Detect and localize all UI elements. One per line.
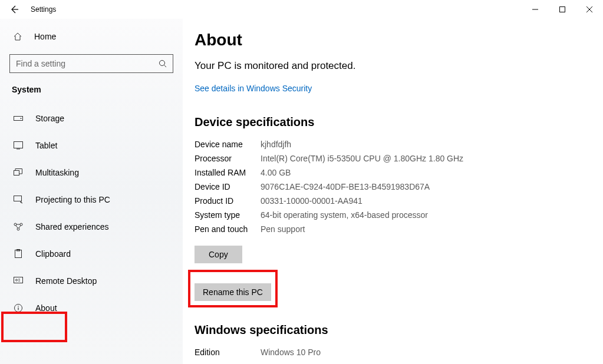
spec-row-pen-touch: Pen and touch Pen support — [195, 224, 597, 234]
svg-rect-17 — [14, 277, 23, 283]
spec-value: Intel(R) Core(TM) i5-5350U CPU @ 1.80GHz… — [261, 154, 597, 163]
svg-rect-10 — [14, 171, 19, 176]
about-icon — [13, 303, 24, 313]
device-specs-heading: Device specifications — [195, 115, 597, 129]
spec-value: Windows 10 Pro — [261, 348, 597, 357]
spec-label: System type — [195, 210, 261, 220]
window-title: Settings — [31, 5, 56, 14]
spec-row-product-id: Product ID 00331-10000-00001-AA941 — [195, 196, 597, 206]
search-icon — [159, 59, 167, 68]
search-input[interactable] — [16, 59, 151, 68]
sidebar-item-label: Clipboard — [35, 249, 71, 259]
remote-desktop-icon — [13, 277, 24, 285]
sidebar-item-tablet[interactable]: Tablet — [9, 132, 173, 159]
sidebar-category: System — [9, 81, 173, 105]
multitasking-icon — [13, 168, 24, 177]
sidebar-item-label: Tablet — [35, 141, 57, 150]
spec-label: Installed RAM — [195, 168, 261, 177]
spec-value: kjhdfdjfh — [261, 140, 597, 149]
rename-pc-button[interactable]: Rename this PC — [195, 283, 271, 301]
svg-point-14 — [17, 228, 19, 230]
close-button[interactable] — [576, 0, 603, 19]
copy-button[interactable]: Copy — [195, 246, 242, 263]
titlebar: Settings — [0, 0, 603, 19]
page-title: About — [195, 31, 597, 49]
spec-row-ram: Installed RAM 4.00 GB — [195, 168, 597, 177]
spec-row-edition: Edition Windows 10 Pro — [195, 348, 597, 357]
sidebar-item-about[interactable]: About — [9, 294, 173, 322]
svg-rect-1 — [560, 7, 565, 12]
spec-row-device-name: Device name kjhdfdjfh — [195, 140, 597, 149]
projecting-icon — [13, 196, 24, 204]
svg-point-4 — [160, 61, 165, 66]
back-button[interactable] — [6, 5, 22, 14]
protection-status: Your PC is monitored and protected. — [195, 60, 597, 72]
clipboard-icon — [13, 249, 24, 259]
spec-label: Edition — [195, 348, 261, 357]
tablet-icon — [13, 141, 24, 150]
svg-point-13 — [20, 223, 22, 226]
spec-label: Device name — [195, 140, 261, 149]
home-icon — [13, 32, 22, 41]
device-specs-table: Device name kjhdfdjfh Processor Intel(R)… — [195, 140, 597, 234]
sidebar-item-home[interactable]: Home — [9, 25, 173, 48]
window-controls — [522, 0, 603, 19]
sidebar-item-clipboard[interactable]: Clipboard — [9, 240, 173, 267]
spec-label: Processor — [195, 154, 261, 163]
search-input-wrap[interactable] — [9, 54, 173, 73]
spec-label: Device ID — [195, 182, 261, 191]
sidebar-item-label: About — [35, 303, 57, 313]
svg-point-18 — [16, 279, 18, 281]
sidebar-item-multitasking[interactable]: Multitasking — [9, 159, 173, 186]
svg-point-7 — [21, 118, 22, 119]
shared-experiences-icon — [13, 223, 24, 231]
sidebar-item-projecting[interactable]: Projecting to this PC — [9, 186, 173, 213]
spec-value: 64-bit operating system, x64-based proce… — [261, 210, 597, 220]
minimize-button[interactable] — [522, 0, 549, 19]
sidebar-item-shared-experiences[interactable]: Shared experiences — [9, 213, 173, 240]
spec-value: Pen support — [261, 224, 597, 234]
sidebar-home-label: Home — [34, 32, 56, 41]
spec-value: 9076C1AE-C924-40DF-BE13-B4591983D67A — [261, 182, 597, 191]
spec-row-system-type: System type 64-bit operating system, x64… — [195, 210, 597, 220]
spec-value: 00331-10000-00001-AA941 — [261, 196, 597, 206]
spec-row-device-id: Device ID 9076C1AE-C924-40DF-BE13-B45919… — [195, 182, 597, 191]
maximize-button[interactable] — [549, 0, 576, 19]
sidebar-item-label: Storage — [35, 114, 64, 123]
sidebar: Home System Storage Tablet — [0, 19, 183, 364]
svg-point-12 — [14, 223, 17, 226]
storage-icon — [13, 115, 24, 122]
sidebar-item-label: Projecting to this PC — [35, 195, 110, 204]
windows-specs-heading: Windows specifications — [195, 323, 597, 337]
sidebar-item-label: Multitasking — [35, 168, 79, 177]
windows-specs-table: Edition Windows 10 Pro — [195, 348, 597, 357]
spec-row-processor: Processor Intel(R) Core(TM) i5-5350U CPU… — [195, 154, 597, 163]
svg-point-20 — [18, 306, 19, 307]
sidebar-item-remote-desktop[interactable]: Remote Desktop — [9, 267, 173, 294]
spec-value: 4.00 GB — [261, 168, 597, 177]
main-content: About Your PC is monitored and protected… — [183, 19, 603, 364]
spec-label: Product ID — [195, 196, 261, 206]
svg-rect-9 — [17, 149, 20, 150]
svg-line-5 — [164, 65, 167, 68]
sidebar-item-label: Remote Desktop — [35, 276, 97, 286]
security-link[interactable]: See details in Windows Security — [195, 84, 312, 93]
sidebar-item-storage[interactable]: Storage — [9, 105, 173, 132]
sidebar-item-label: Shared experiences — [35, 222, 109, 231]
svg-rect-8 — [14, 142, 23, 148]
svg-rect-11 — [14, 196, 22, 201]
spec-label: Pen and touch — [195, 224, 261, 234]
